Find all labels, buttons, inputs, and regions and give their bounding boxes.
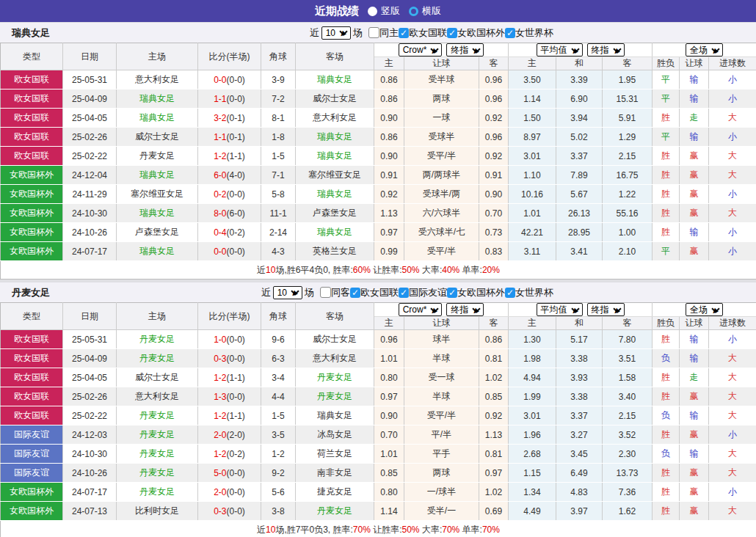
- goals-result: 大: [709, 502, 756, 521]
- period-select[interactable]: 全场▼: [686, 303, 723, 316]
- competition-badge: 欧女国联: [1, 387, 63, 406]
- competition-checkbox[interactable]: ✓: [447, 288, 457, 298]
- column-header: 类型: [1, 303, 63, 330]
- win-loss-result: 胜: [653, 464, 680, 483]
- avg-draw-odds: 5.67: [556, 185, 603, 204]
- radio-vertical-icon: [368, 7, 377, 16]
- avg-home-odds: 1.15: [509, 464, 556, 483]
- summary-row: 近10场,胜6平4负0, 胜率:60% 让胜率:50% 大率:40% 单率:20…: [1, 261, 756, 280]
- away-odds: 1.02: [479, 368, 509, 387]
- matches-count-select[interactable]: 10▼: [321, 26, 351, 40]
- competition-checkbox[interactable]: ✓: [505, 28, 515, 38]
- home-odds: 1.13: [374, 204, 404, 223]
- chevron-down-icon: ▼: [711, 45, 719, 53]
- avg-home-odds: 42.21: [509, 223, 556, 242]
- matches-count-select[interactable]: 10▼: [273, 286, 302, 299]
- handicap: 受六球半/七: [404, 223, 479, 242]
- match-date: 24-11-29: [63, 185, 117, 204]
- competition-badge: 欧女国联: [1, 147, 63, 166]
- bookmaker-select[interactable]: Crow*▼: [399, 303, 443, 316]
- radio-vertical[interactable]: 竖版: [368, 4, 400, 18]
- bookmaker-select[interactable]: Crow*▼: [399, 43, 443, 56]
- match-row: 女欧国杯外 24-07-17 丹麦女足 2-0(0-0) 5-6 捷克女足 0.…: [1, 483, 756, 502]
- match-date: 25-04-05: [63, 368, 117, 387]
- home-odds: 0.86: [374, 90, 404, 109]
- competition-label: 欧女国联: [360, 286, 399, 299]
- match-score: 1-2(1-1): [198, 368, 261, 387]
- radio-vertical-label: 竖版: [381, 4, 400, 18]
- sub-column-header: 和: [556, 317, 603, 330]
- fulltime-score: 1-1: [214, 94, 226, 104]
- match-score: 5-0(0-0): [198, 464, 261, 483]
- away-team: 丹麦女足: [296, 387, 374, 406]
- home-odds: 0.86: [374, 128, 404, 147]
- match-row: 女欧国杯外 24-07-17 瑞典女足 0-0(0-0) 4-3 英格兰女足 0…: [1, 242, 756, 261]
- match-row: 欧女国联 25-02-22 丹麦女足 1-2(1-1) 1-5 瑞典女足 0.9…: [1, 147, 756, 166]
- filter-controls: 近10▼场同客✓欧女国联✓国际友谊✓女欧国杯外✓女世界杯: [261, 286, 553, 299]
- win-loss-result: 胜: [653, 147, 680, 166]
- fulltime-score: 1-2: [214, 411, 226, 421]
- same-side-checkbox[interactable]: [368, 27, 379, 38]
- home-team: 丹麦女足: [117, 464, 198, 483]
- chevron-down-icon: ▼: [473, 304, 481, 313]
- win-loss-result: 胜: [653, 387, 680, 406]
- goals-result: 大: [709, 349, 756, 368]
- handicap-result: 赢: [680, 464, 709, 483]
- avg-time-select[interactable]: 终指▼: [587, 43, 625, 56]
- handicap: 六/六球半: [404, 204, 479, 223]
- home-team: 瑞典女足: [117, 166, 198, 185]
- competition-checkbox[interactable]: ✓: [447, 28, 457, 38]
- competition-badge: 女欧国杯外: [1, 204, 63, 223]
- radio-horizontal[interactable]: 横版: [409, 4, 441, 18]
- home-team: 瑞典女足: [117, 90, 198, 109]
- average-select[interactable]: 平均值▼: [537, 303, 583, 316]
- column-header: 主场: [117, 43, 198, 70]
- avg-draw-odds: 5.02: [556, 128, 603, 147]
- avg-away-odds: 3.51: [603, 349, 653, 368]
- fulltime-score: 1-2: [214, 449, 226, 459]
- avg-away-odds: 7.80: [603, 330, 653, 349]
- competition-checkbox[interactable]: ✓: [399, 288, 409, 298]
- period-select[interactable]: 全场▼: [686, 43, 723, 56]
- home-odds: 0.97: [374, 223, 404, 242]
- average-select[interactable]: 平均值▼: [537, 43, 583, 56]
- avg-away-odds: 15.31: [603, 90, 653, 109]
- chevron-down-icon: ▼: [613, 45, 621, 53]
- same-side-checkbox[interactable]: [320, 287, 331, 298]
- sub-column-header: 进球数: [709, 57, 756, 70]
- handicap: 一球: [404, 109, 479, 128]
- corner-score: 3-5: [261, 425, 296, 445]
- competition-badge: 欧女国联: [1, 70, 63, 90]
- handicap-result: 输: [680, 90, 709, 109]
- win-loss-result: 胜: [653, 483, 680, 502]
- goals-result: 小: [709, 483, 756, 502]
- win-loss-result: 负: [653, 349, 680, 368]
- odds-time-select[interactable]: 终指▼: [446, 303, 484, 316]
- competition-badge: 欧女国联: [1, 90, 63, 109]
- corner-score: 9-6: [261, 330, 296, 349]
- same-side-label: 同主: [379, 26, 399, 40]
- handicap: 两/两球半: [404, 166, 479, 185]
- fulltime-score: 1-3: [214, 392, 226, 402]
- handicap: 受半球: [404, 70, 479, 90]
- competition-checkbox[interactable]: ✓: [505, 288, 515, 298]
- fulltime-score: 0-4: [214, 227, 226, 238]
- chevron-down-icon: ▼: [613, 304, 621, 313]
- odds-time-select[interactable]: 终指▼: [446, 43, 484, 56]
- competition-checkbox[interactable]: ✓: [399, 28, 409, 38]
- avg-time-select-value: 终指: [592, 44, 609, 56]
- handicap: 受一球: [404, 368, 479, 387]
- competition-checkbox[interactable]: ✓: [350, 288, 360, 298]
- chevron-down-icon: ▼: [711, 304, 719, 313]
- column-header: 客场: [296, 303, 374, 330]
- period-select-value: 全场: [690, 304, 708, 316]
- halftime-score: (0-2): [227, 227, 245, 238]
- avg-draw-odds: 3.45: [556, 445, 603, 464]
- avg-away-odds: 3.40: [603, 387, 653, 406]
- avg-draw-odds: 4.83: [556, 483, 603, 502]
- fulltime-score: 1-2: [214, 151, 226, 161]
- avg-time-select[interactable]: 终指▼: [587, 303, 625, 316]
- avg-draw-odds: 3.39: [556, 70, 603, 90]
- fulltime-score: 8-0: [214, 208, 226, 219]
- match-score: 1-3(0-0): [198, 387, 261, 406]
